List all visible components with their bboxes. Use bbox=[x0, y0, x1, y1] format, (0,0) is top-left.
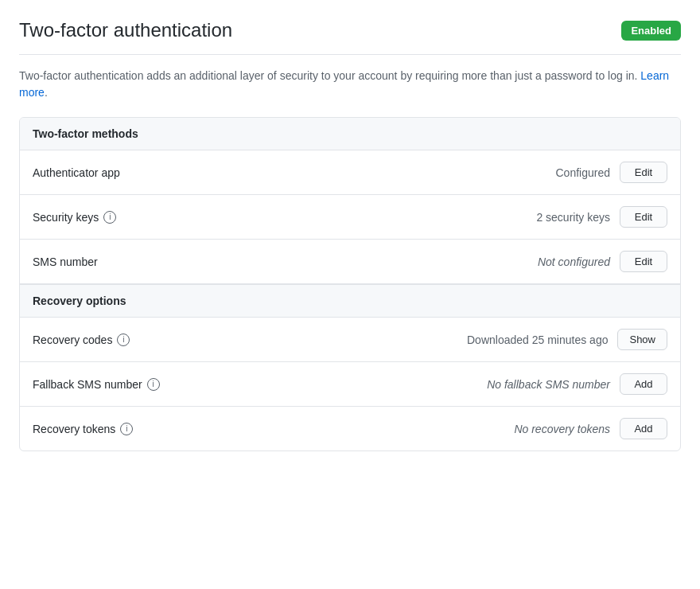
recovery-codes-right: Downloaded 25 minutes ago Show bbox=[467, 329, 667, 350]
recovery-codes-info-icon[interactable]: i bbox=[117, 334, 130, 346]
sms-number-row: SMS number Not configured Edit bbox=[20, 240, 680, 284]
fallback-sms-row: Fallback SMS number i No fallback SMS nu… bbox=[20, 362, 680, 407]
recovery-codes-show-button[interactable]: Show bbox=[617, 329, 667, 350]
authenticator-app-status: Configured bbox=[556, 166, 611, 179]
recovery-codes-row: Recovery codes i Downloaded 25 minutes a… bbox=[20, 318, 680, 362]
authenticator-app-row: Authenticator app Configured Edit bbox=[20, 150, 680, 195]
recovery-tokens-info-icon[interactable]: i bbox=[120, 423, 133, 435]
two-factor-methods-card: Two-factor methods Authenticator app Con… bbox=[19, 117, 681, 451]
recovery-tokens-status: No recovery tokens bbox=[514, 423, 610, 435]
security-keys-label-group: Security keys i bbox=[33, 211, 116, 224]
two-factor-methods-header: Two-factor methods bbox=[20, 118, 680, 150]
page-header: Two-factor authentication Enabled bbox=[19, 19, 681, 55]
security-keys-right: 2 security keys Edit bbox=[536, 206, 667, 228]
description-text: Two-factor authentication adds an additi… bbox=[19, 69, 637, 82]
recovery-codes-label-group: Recovery codes i bbox=[33, 334, 130, 346]
recovery-codes-label: Recovery codes bbox=[33, 334, 112, 346]
recovery-options-header: Recovery options bbox=[20, 284, 680, 318]
fallback-sms-label-group: Fallback SMS number i bbox=[33, 378, 160, 391]
sms-number-edit-button[interactable]: Edit bbox=[620, 251, 667, 272]
authenticator-app-label: Authenticator app bbox=[33, 166, 120, 179]
recovery-tokens-label-group: Recovery tokens i bbox=[33, 423, 133, 435]
security-keys-info-icon[interactable]: i bbox=[103, 211, 116, 224]
sms-number-label-group: SMS number bbox=[33, 255, 98, 268]
recovery-tokens-add-button[interactable]: Add bbox=[620, 418, 667, 439]
page-title: Two-factor authentication bbox=[19, 19, 232, 41]
description: Two-factor authentication adds an additi… bbox=[19, 68, 681, 101]
security-keys-edit-button[interactable]: Edit bbox=[620, 206, 667, 228]
recovery-codes-status: Downloaded 25 minutes ago bbox=[467, 334, 608, 346]
fallback-sms-info-icon[interactable]: i bbox=[147, 378, 160, 391]
recovery-tokens-right: No recovery tokens Add bbox=[514, 418, 667, 439]
recovery-tokens-row: Recovery tokens i No recovery tokens Add bbox=[20, 407, 680, 451]
fallback-sms-status: No fallback SMS number bbox=[487, 378, 610, 391]
sms-number-label: SMS number bbox=[33, 255, 98, 268]
authenticator-app-label-group: Authenticator app bbox=[33, 166, 120, 179]
fallback-sms-right: No fallback SMS number Add bbox=[487, 373, 667, 395]
recovery-tokens-label: Recovery tokens bbox=[33, 423, 115, 435]
fallback-sms-add-button[interactable]: Add bbox=[620, 373, 667, 395]
authenticator-app-edit-button[interactable]: Edit bbox=[620, 162, 667, 183]
fallback-sms-label: Fallback SMS number bbox=[33, 378, 142, 391]
security-keys-row: Security keys i 2 security keys Edit bbox=[20, 195, 680, 240]
authenticator-app-right: Configured Edit bbox=[556, 162, 668, 183]
security-keys-label: Security keys bbox=[33, 211, 99, 224]
security-keys-status: 2 security keys bbox=[536, 211, 610, 224]
status-badge: Enabled bbox=[621, 21, 681, 41]
sms-number-right: Not configured Edit bbox=[538, 251, 667, 272]
sms-number-status: Not configured bbox=[538, 255, 610, 268]
